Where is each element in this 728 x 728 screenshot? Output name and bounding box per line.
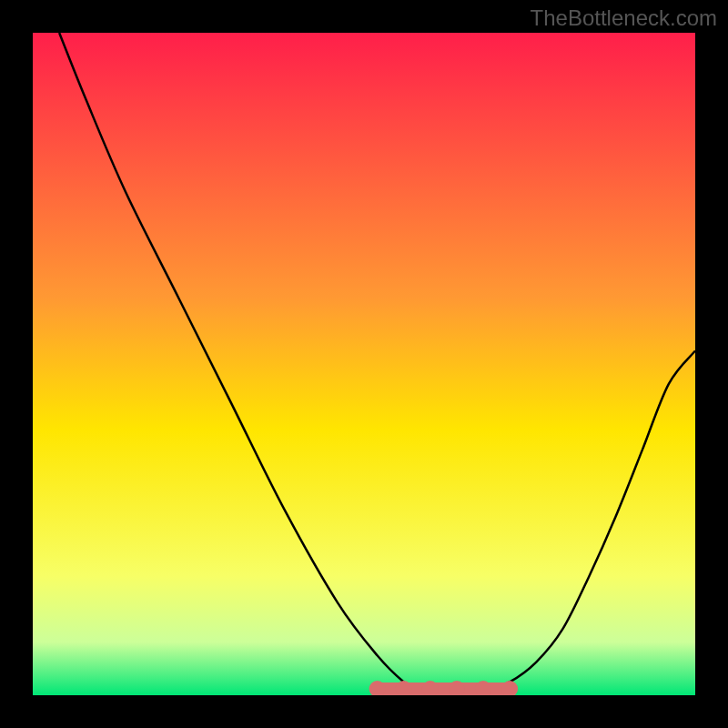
chart-container: TheBottleneck.com	[0, 0, 728, 728]
plot-area	[33, 33, 695, 695]
watermark-text: TheBottleneck.com	[531, 5, 717, 31]
bottom-marker-band	[33, 33, 695, 695]
